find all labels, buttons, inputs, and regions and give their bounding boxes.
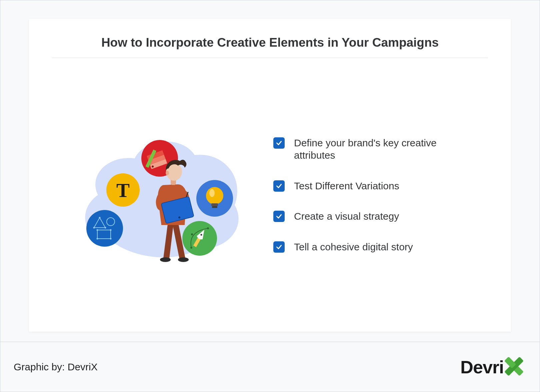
list-item: Create a visual strategy xyxy=(273,210,488,223)
content-card: How to Incorporate Creative Elements in … xyxy=(29,19,511,332)
svg-point-40 xyxy=(166,171,169,175)
svg-point-5 xyxy=(93,227,95,228)
list-item-label: Create a visual strategy xyxy=(294,210,399,223)
list-item: Tell a cohesive digital story xyxy=(273,241,488,253)
content-row: T xyxy=(52,58,488,315)
lightbulb-icon xyxy=(196,180,233,217)
designer-illustration-svg: T xyxy=(68,118,255,272)
svg-point-26 xyxy=(207,227,209,229)
svg-text:T: T xyxy=(116,179,129,201)
main-area: How to Incorporate Creative Elements in … xyxy=(0,0,540,342)
svg-point-21 xyxy=(209,189,215,197)
checkmark-icon xyxy=(273,241,285,253)
checkmark-icon xyxy=(273,211,285,222)
list-item-label: Define your brand's key creative attribu… xyxy=(294,137,454,162)
svg-point-31 xyxy=(160,257,171,262)
svg-point-4 xyxy=(99,217,100,218)
illustration: T xyxy=(52,118,270,272)
page-frame: How to Incorporate Creative Elements in … xyxy=(0,0,540,392)
brand-x-icon xyxy=(502,354,526,380)
svg-point-10 xyxy=(110,238,111,239)
svg-point-9 xyxy=(96,238,98,239)
list-item: Test Different Variations xyxy=(273,180,488,192)
svg-point-0 xyxy=(86,210,123,247)
pen-tool-icon xyxy=(182,221,217,256)
svg-point-27 xyxy=(191,233,193,235)
checklist: Define your brand's key creative attribu… xyxy=(270,137,488,253)
checkmark-icon xyxy=(273,180,285,192)
card-title: How to Incorporate Creative Elements in … xyxy=(52,32,488,58)
shapes-icon xyxy=(86,210,123,247)
svg-point-8 xyxy=(110,229,111,231)
list-item-label: Tell a cohesive digital story xyxy=(294,241,413,253)
typography-icon: T xyxy=(106,173,140,207)
svg-point-32 xyxy=(178,257,189,262)
svg-rect-22 xyxy=(211,203,218,206)
list-item: Define your brand's key creative attribu… xyxy=(273,137,488,162)
svg-point-7 xyxy=(96,229,98,231)
svg-rect-23 xyxy=(212,206,217,208)
svg-point-6 xyxy=(104,227,106,228)
brand-logo: Devri xyxy=(460,354,526,380)
list-item-label: Test Different Variations xyxy=(294,180,399,192)
footer: Graphic by: DevriX Devri xyxy=(0,342,540,392)
svg-point-20 xyxy=(206,187,223,204)
attribution-text: Graphic by: DevriX xyxy=(14,361,98,373)
checkmark-icon xyxy=(273,137,285,149)
brand-text: Devri xyxy=(460,357,504,377)
svg-point-25 xyxy=(190,247,192,249)
